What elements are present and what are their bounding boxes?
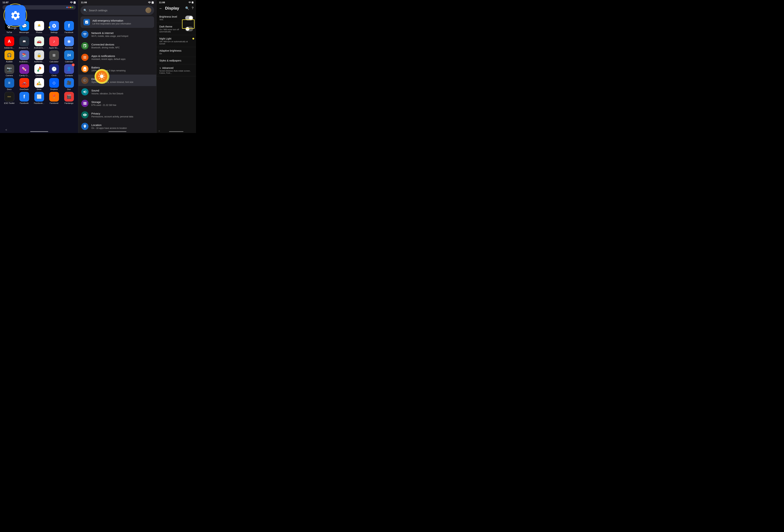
storage-icon: [81, 100, 88, 107]
app-docs[interactable]: ≡ Docs: [3, 78, 16, 90]
drive-icon: [34, 78, 44, 88]
app-contacts[interactable]: 👤 1 Contacts: [62, 64, 76, 77]
app-row-6: ESO ESO Toolkit f Facebook ⬜ Facebook...…: [0, 91, 78, 105]
amazon-icon: 📖: [20, 36, 29, 46]
facebook-pages-label: Facebook...: [34, 102, 44, 104]
home-back-button[interactable]: <: [5, 128, 7, 131]
app-audiobooks[interactable]: 📚 Audioboo...: [18, 50, 31, 63]
app-calculator[interactable]: ⊞ Calculator: [48, 50, 61, 63]
facebook2-icon: f: [20, 92, 29, 101]
chrome-icon: [34, 64, 44, 74]
app-photos[interactable]: Photos: [33, 21, 46, 33]
sound-icon: [81, 88, 88, 95]
emergency-icon: [83, 19, 90, 25]
app-familonet[interactable]: 📍 Familonet: [48, 92, 61, 104]
candy-crush-label: Candy Cr...: [19, 75, 29, 77]
app-duo[interactable]: 🎥 Duo: [62, 78, 76, 90]
settings-item-sound[interactable]: Sound Volume, vibration, Do Not Disturb: [78, 86, 156, 97]
app-fandango[interactable]: 🎬 Fandango: [62, 92, 76, 104]
settings-item-apps[interactable]: Apps & notifications Assistant, recent a…: [78, 52, 156, 63]
settings-app-label-top: Settings: [8, 27, 17, 29]
display-time: 11:08: [159, 1, 165, 4]
brightness-value: 76%: [159, 19, 177, 21]
emergency-banner[interactable]: Add emergency information Let first resp…: [81, 17, 154, 28]
display-styles-wallpapers[interactable]: Styles & wallpapers: [157, 57, 196, 64]
svg-rect-1: [74, 1, 75, 2]
display-night-light[interactable]: Night Light Off / Will turn on automatic…: [157, 35, 196, 47]
search-icon: 🔍: [83, 9, 87, 12]
app-doordash[interactable]: 🚗 DoorDash: [18, 78, 31, 90]
audiobooks-label: Audioboo...: [19, 61, 29, 63]
app-chrome[interactable]: Chrome: [33, 64, 46, 77]
settings-list: Network & internet Wi-Fi, mobile, data u…: [78, 29, 156, 133]
yellow-connector-dot: [49, 26, 50, 28]
app-facebook-pages[interactable]: ⬜ Facebook...: [33, 92, 46, 104]
settings-item-location[interactable]: Location On - 18 apps have access to loc…: [78, 121, 156, 132]
emergency-title: Add emergency information: [92, 19, 131, 22]
adobe-icon: A: [4, 36, 14, 46]
privacy-text: Privacy Permissions, account activity, p…: [91, 112, 153, 118]
app-facebook[interactable]: f Facebook: [62, 21, 76, 33]
facebook-pages-icon: ⬜: [34, 92, 44, 101]
app-android-auto[interactable]: 🚗 Android A...: [33, 36, 46, 49]
adaptive-brightness-value: On: [159, 53, 193, 55]
contacts-icon: 👤 1: [64, 64, 74, 74]
familonet-icon: 📍: [49, 92, 59, 101]
network-title: Network & internet: [91, 31, 153, 34]
settings-item-battery[interactable]: Battery 100% - More than 2 days remainin…: [78, 63, 156, 75]
settings-item-storage[interactable]: Storage 67% used - 21.32 GB free: [78, 97, 156, 109]
advanced-text: ∨ Advanced Screen timeout, Auto-rotate s…: [159, 66, 193, 74]
dark-theme-dot: [192, 38, 194, 39]
app-clock[interactable]: 🕐 Clock: [48, 64, 61, 77]
settings-item-display[interactable]: Display Styles, wallpapers, screen timeo…: [78, 75, 156, 86]
familonet-label: Familonet: [50, 102, 58, 104]
amazon-label: Amazon K...: [19, 47, 30, 49]
app-dropbox[interactable]: ◇ Dropbox: [48, 78, 61, 90]
settings-item-network[interactable]: Network & internet Wi-Fi, mobile, data u…: [78, 29, 156, 40]
privacy-icon: [81, 111, 88, 118]
location-text: Location On - 18 apps have access to loc…: [91, 123, 153, 129]
privacy-sub: Permissions, account activity, personal …: [91, 115, 153, 118]
app-amazon[interactable]: 📖 Amazon K...: [18, 36, 31, 49]
app-apple-music[interactable]: ♪ Apple Mu...: [48, 36, 61, 49]
app-assistant[interactable]: ◉ Assistant: [62, 36, 76, 49]
app-candy-crush[interactable]: 🍬 Candy Cr...: [18, 64, 31, 77]
settings-item-connected[interactable]: Connected devices Bluetooth, driving mod…: [78, 40, 156, 52]
svg-rect-6: [152, 2, 153, 3]
display-adaptive-brightness[interactable]: Adaptive brightness On: [157, 47, 196, 57]
settings-search-bar[interactable]: 🔍 Search settings: [81, 6, 154, 15]
app-calendar[interactable]: 24 Calendar: [62, 50, 76, 63]
storage-text: Storage 67% used - 21.32 GB free: [91, 100, 153, 107]
settings-item-security[interactable]: Security Play Protect, screen lock, fing…: [78, 132, 156, 133]
contacts-avatar: 👤 1: [64, 64, 74, 74]
settings-item-privacy[interactable]: Privacy Permissions, account activity, p…: [78, 109, 156, 121]
settings-nav-pill: [108, 131, 127, 132]
audible-label: Audible: [6, 61, 12, 63]
location-sub: On - 18 apps have access to location: [91, 127, 153, 129]
settings-app-icon-large[interactable]: [5, 5, 26, 26]
display-search-icon[interactable]: 🔍: [185, 6, 189, 10]
home-nav-pill: [30, 131, 48, 132]
home-screen: 11:07 Settings: [0, 0, 78, 133]
app-audible[interactable]: 🎧 Audible: [3, 50, 16, 63]
app-camera[interactable]: 📷 Camera: [3, 64, 16, 77]
user-avatar: [145, 7, 151, 13]
app-drive[interactable]: Drive: [33, 78, 46, 90]
display-header: ← Display 🔍 ?: [157, 4, 196, 13]
fandango-icon: 🎬: [64, 92, 74, 101]
brightness-highlight-box: [182, 20, 195, 29]
svg-rect-2: [74, 2, 75, 3]
display-advanced[interactable]: ∨ Advanced Screen timeout, Auto-rotate s…: [157, 64, 196, 77]
app-facebook-app[interactable]: f Facebook: [18, 92, 31, 104]
display-back-button[interactable]: ←: [159, 6, 163, 10]
battery-settings-icon: [81, 65, 88, 72]
app-adobe[interactable]: A Adobe Ac...: [3, 36, 16, 49]
app-authenticator[interactable]: 🔒 Authentic...: [33, 50, 46, 63]
night-light-title: Night Light: [159, 37, 193, 40]
google-dot-red: [68, 7, 69, 8]
google-dot-yellow: [70, 7, 72, 8]
storage-title: Storage: [91, 100, 153, 104]
dark-theme-title: Dark theme: [159, 25, 185, 28]
display-help-icon[interactable]: ?: [192, 6, 194, 10]
app-eso[interactable]: ESO ESO Toolkit: [3, 92, 16, 104]
